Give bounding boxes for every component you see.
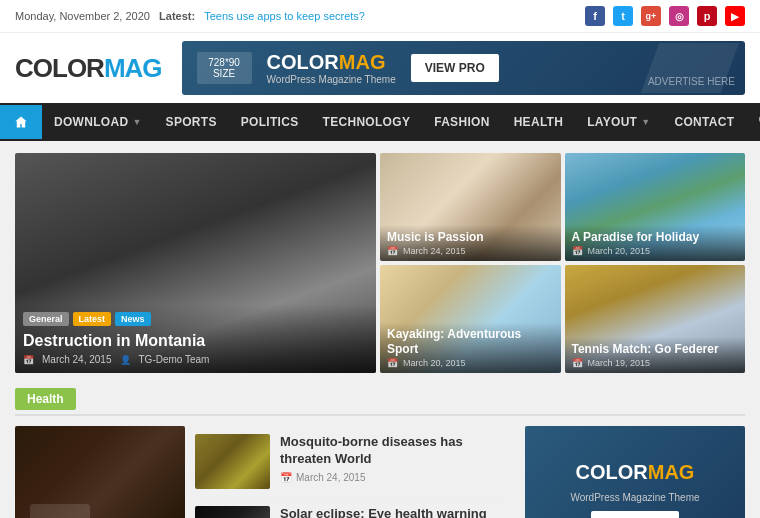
mosquito-thumb[interactable]	[195, 434, 270, 489]
hero-music-article[interactable]: Music is Passion 📅 March 24, 2015	[380, 153, 561, 261]
view-pro-button[interactable]: VIEW PRO	[411, 54, 499, 82]
hero-music-title: Music is Passion	[387, 230, 554, 244]
list-item: Solar eclipse: Eye health warning 📅 Marc…	[195, 498, 510, 518]
youtube-icon[interactable]: ▶	[725, 6, 745, 26]
header: COLORMAG 728*90 SIZE COLORMAG WordPress …	[0, 33, 760, 103]
logo[interactable]: COLORMAG	[15, 53, 162, 84]
tag-general[interactable]: General	[23, 312, 69, 326]
side-viewpro-button[interactable]: VIEW PRO	[591, 511, 678, 519]
calendar-icon-kayak: 📅	[387, 358, 398, 368]
hero-grid: General Latest News Destruction in Monta…	[15, 153, 745, 373]
hero-kayak-article[interactable]: Kayaking: Adventurous Sport 📅 March 20, …	[380, 265, 561, 373]
calendar-icon: 📅	[23, 355, 34, 365]
hero-holiday-article[interactable]: A Paradise for Holiday 📅 March 20, 2015	[565, 153, 746, 261]
list-item: Mosquito-borne diseases has threaten Wor…	[195, 426, 510, 498]
calendar-icon-music: 📅	[387, 246, 398, 256]
home-icon	[14, 115, 28, 129]
hero-main-title: Destruction in Montania	[23, 331, 368, 350]
hero-tennis-overlay: Tennis Match: Go Federer 📅 March 19, 201…	[565, 337, 746, 373]
calendar-icon-holiday: 📅	[572, 246, 583, 256]
hero-main-meta: 📅 March 24, 2015 👤 TG-Demo Team	[23, 354, 368, 365]
hero-main-overlay: General Latest News Destruction in Monta…	[15, 304, 376, 373]
calendar-icon-tennis: 📅	[572, 358, 583, 368]
nav-home-button[interactable]	[0, 105, 42, 139]
nav-layout[interactable]: LAYOUT ▼	[575, 105, 662, 139]
googleplus-icon[interactable]: g+	[641, 6, 661, 26]
article-content-1: Mosquito-borne diseases has threaten Wor…	[280, 434, 510, 489]
main-content: General Latest News Destruction in Monta…	[0, 141, 760, 518]
hero-tennis-title: Tennis Match: Go Federer	[572, 342, 739, 356]
nav-politics[interactable]: POLITICS	[229, 105, 311, 139]
advertise-label: ADVERTISE HERE	[648, 76, 735, 87]
nav-technology[interactable]: TECHNOLOGY	[311, 105, 423, 139]
nav-fashion[interactable]: FASHION	[422, 105, 501, 139]
health-section-header: Health	[15, 388, 745, 416]
solar-thumb[interactable]	[195, 506, 270, 518]
calendar-icon-1: 📅	[280, 472, 292, 483]
hero-holiday-meta: 📅 March 20, 2015	[572, 246, 739, 256]
hero-main-article[interactable]: General Latest News Destruction in Monta…	[15, 153, 376, 373]
author-icon: 👤	[120, 355, 131, 365]
hero-kayak-overlay: Kayaking: Adventurous Sport 📅 March 20, …	[380, 322, 561, 373]
ad-size-label: 728*90 SIZE	[197, 52, 252, 84]
ad-brand-wrap: COLORMAG WordPress Magazine Theme	[267, 51, 396, 85]
hero-music-meta: 📅 March 24, 2015	[387, 246, 554, 256]
search-icon[interactable]: 🔍	[746, 103, 760, 141]
top-bar: Monday, November 2, 2020 Latest: Teens u…	[0, 0, 760, 33]
health-articles-wrap: Mosquito-borne diseases has threaten Wor…	[15, 426, 510, 518]
social-icons: f t g+ ◎ p ▶	[585, 6, 745, 26]
navigation: DOWNLOAD ▼ SPORTS POLITICS TECHNOLOGY FA…	[0, 103, 760, 141]
article-content-2: Solar eclipse: Eye health warning 📅 Marc…	[280, 506, 510, 518]
hero-tags: General Latest News	[23, 312, 368, 326]
hero-music-overlay: Music is Passion 📅 March 24, 2015	[380, 225, 561, 261]
hero-holiday-overlay: A Paradise for Holiday 📅 March 20, 2015	[565, 225, 746, 261]
date-text: Monday, November 2, 2020	[15, 10, 150, 22]
ad-subtitle: WordPress Magazine Theme	[267, 74, 396, 85]
facebook-icon[interactable]: f	[585, 6, 605, 26]
header-ad-banner: 728*90 SIZE COLORMAG WordPress Magazine …	[182, 41, 745, 95]
side-advertisement: COLORMAG WordPress Magazine Theme VIEW P…	[525, 426, 745, 518]
dropdown-arrow-layout: ▼	[641, 117, 650, 127]
pinterest-icon[interactable]: p	[697, 6, 717, 26]
hero-kayak-meta: 📅 March 20, 2015	[387, 358, 554, 368]
ad-brand: COLORMAG	[267, 51, 396, 74]
side-ad-subtitle: WordPress Magazine Theme	[570, 492, 699, 503]
side-ad-brand: COLORMAG	[576, 461, 695, 484]
health-main-thumb[interactable]	[15, 426, 185, 518]
hero-holiday-title: A Paradise for Holiday	[572, 230, 739, 244]
latest-label: Latest:	[159, 10, 195, 22]
hero-tennis-meta: 📅 March 19, 2015	[572, 358, 739, 368]
nav-health[interactable]: HEALTH	[502, 105, 576, 139]
hero-kayak-title: Kayaking: Adventurous Sport	[387, 327, 554, 356]
tag-news[interactable]: News	[115, 312, 151, 326]
nav-contact[interactable]: CONTACT	[662, 105, 746, 139]
dropdown-arrow: ▼	[132, 117, 141, 127]
tag-latest[interactable]: Latest	[73, 312, 112, 326]
health-tag[interactable]: Health	[15, 388, 76, 410]
health-articles: Mosquito-borne diseases has threaten Wor…	[15, 426, 510, 518]
article-meta-1: 📅 March 24, 2015	[280, 472, 510, 483]
latest-link[interactable]: Teens use apps to keep secrets?	[204, 10, 365, 22]
twitter-icon[interactable]: t	[613, 6, 633, 26]
article-title-1[interactable]: Mosquito-borne diseases has threaten Wor…	[280, 434, 510, 468]
health-article-list: Mosquito-borne diseases has threaten Wor…	[185, 426, 510, 518]
nav-download[interactable]: DOWNLOAD ▼	[42, 105, 154, 139]
top-bar-left: Monday, November 2, 2020 Latest: Teens u…	[15, 10, 365, 22]
bottom-section: Mosquito-borne diseases has threaten Wor…	[15, 426, 745, 518]
article-title-2[interactable]: Solar eclipse: Eye health warning	[280, 506, 510, 518]
hero-tennis-article[interactable]: Tennis Match: Go Federer 📅 March 19, 201…	[565, 265, 746, 373]
nav-sports[interactable]: SPORTS	[154, 105, 229, 139]
instagram-icon[interactable]: ◎	[669, 6, 689, 26]
